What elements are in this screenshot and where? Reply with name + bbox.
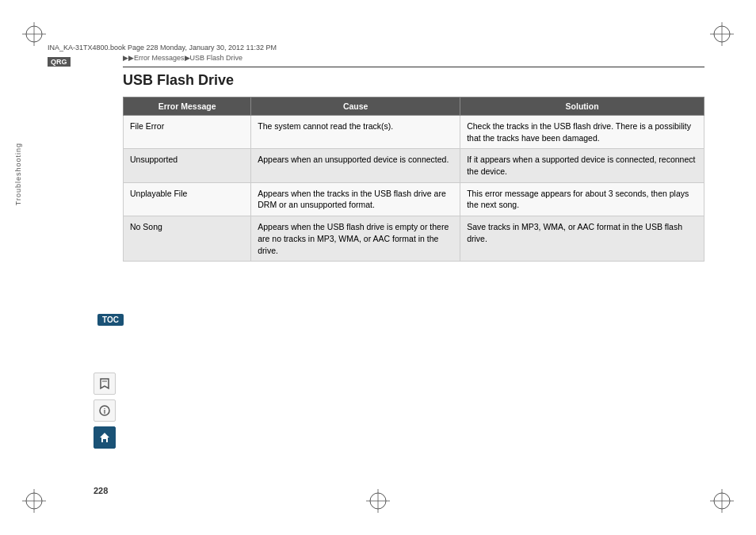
cell-error-3: No Song	[124, 216, 251, 262]
breadcrumb: ▶▶Error Messages▶USB Flash Drive	[123, 54, 704, 62]
table-row: No SongAppears when the USB flash drive …	[124, 216, 704, 262]
cell-solution-3: Save tracks in MP3, WMA, or AAC format i…	[460, 216, 704, 262]
main-divider	[123, 67, 704, 67]
table-header-error: Error Message	[124, 97, 251, 116]
qrg-badge: QRG	[48, 57, 71, 67]
cell-cause-1: Appears when an unsupported device is co…	[251, 149, 460, 182]
header-file-info: INA_KA-31TX4800.book Page 228 Monday, Ja…	[48, 44, 708, 52]
cell-solution-2: This error message appears for about 3 s…	[460, 182, 704, 216]
cell-error-1: Unsupported	[124, 149, 251, 182]
page-title: USB Flash Drive	[123, 72, 704, 89]
table-row: UnsupportedAppears when an unsupported d…	[124, 149, 704, 182]
svg-text:i: i	[104, 407, 106, 415]
cell-cause-3: Appears when the USB flash drive is empt…	[251, 216, 460, 262]
bottom-center-mark	[366, 489, 390, 513]
table-row: Unplayable FileAppears when the tracks i…	[124, 182, 704, 216]
cell-solution-1: If it appears when a supported device is…	[460, 149, 704, 182]
cell-cause-2: Appears when the tracks in the USB flash…	[251, 182, 460, 216]
cell-solution-0: Check the tracks in the USB flash drive.…	[460, 116, 704, 149]
toc-badge[interactable]: TOC	[97, 314, 124, 326]
bookmark-icon-button[interactable]	[94, 373, 116, 395]
corner-mark-bl	[22, 489, 46, 513]
sidebar-label: Troubleshooting	[14, 143, 22, 205]
table-row: File ErrorThe system cannot read the tra…	[124, 116, 704, 149]
home-icon-button[interactable]	[94, 426, 116, 449]
corner-mark-br	[710, 489, 734, 513]
table-header-solution: Solution	[460, 97, 704, 116]
corner-mark-tr	[710, 22, 734, 46]
cell-cause-0: The system cannot read the track(s).	[251, 116, 460, 149]
cell-error-2: Unplayable File	[124, 182, 251, 216]
page-number: 228	[94, 486, 108, 495]
info-icon-button[interactable]: i	[94, 399, 116, 422]
main-content: ▶▶Error Messages▶USB Flash Drive USB Fla…	[123, 54, 704, 262]
error-table: Error Message Cause Solution File ErrorT…	[123, 97, 704, 262]
cell-error-0: File Error	[124, 116, 251, 149]
corner-mark-tl	[22, 22, 46, 46]
svg-marker-18	[100, 433, 109, 442]
left-icons-panel: i	[94, 373, 116, 449]
table-header-cause: Cause	[251, 97, 460, 116]
